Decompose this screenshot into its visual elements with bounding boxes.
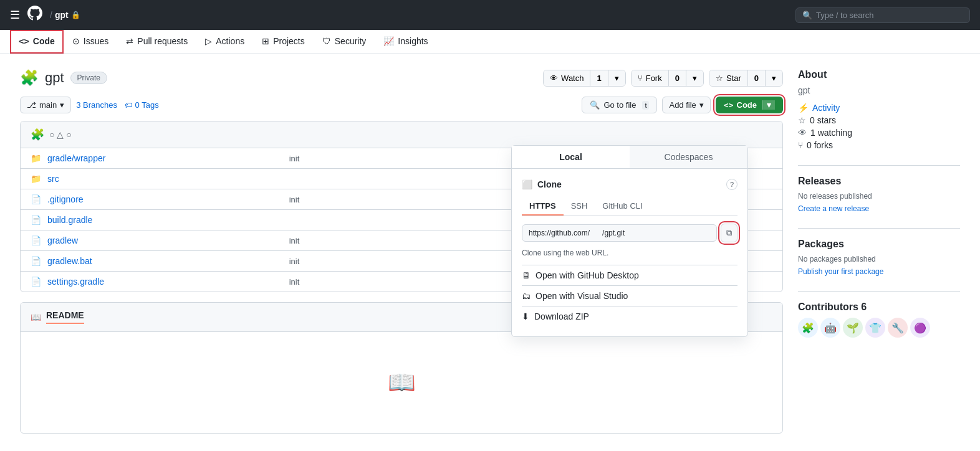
private-badge: Private xyxy=(70,72,107,84)
pull-requests-label: Pull requests xyxy=(137,36,188,46)
stars-stat: ☆ 0 stars xyxy=(798,115,960,125)
watch-button[interactable]: 👁 Watch xyxy=(544,70,590,86)
file-name-link[interactable]: gradlew xyxy=(47,235,289,245)
about-section: About gpt ⚡ Activity ☆ 0 stars 👁 1 watch… xyxy=(798,69,960,150)
dropdown-body: ⬜ Clone ? HTTPS SSH GitHub CLI ⧉ Clone u… xyxy=(512,169,747,336)
local-tab[interactable]: Local xyxy=(512,146,630,168)
download-zip-action[interactable]: ⬇ Download ZIP xyxy=(522,306,737,326)
releases-title: Releases xyxy=(798,176,960,187)
file-name-link[interactable]: gradlew.bat xyxy=(47,256,289,266)
fork-dropdown-button[interactable]: ▾ xyxy=(686,70,703,86)
add-file-chevron-icon: ▾ xyxy=(699,100,704,110)
hamburger-menu[interactable]: ☰ xyxy=(10,8,20,22)
fork-count-badge[interactable]: 0 xyxy=(669,70,686,86)
open-github-desktop-label: Open with GitHub Desktop xyxy=(536,270,639,280)
file-name-link[interactable]: build.gradle xyxy=(47,215,289,225)
repo-name-link[interactable]: gpt xyxy=(55,10,69,20)
toolbar: ⎇ main ▾ 3 Branches 🏷 0 Tags 🔍 Go to fil… xyxy=(20,97,783,113)
file-name-link[interactable]: src xyxy=(47,174,289,184)
activity-link[interactable]: Activity xyxy=(812,103,840,113)
watch-dropdown-button[interactable]: ▾ xyxy=(608,70,625,86)
code-dropdown-caret[interactable]: ▾ xyxy=(762,100,775,110)
go-to-file-kbd: t xyxy=(642,101,649,110)
contributor-avatar[interactable]: 🔧 xyxy=(888,318,908,338)
tab-insights[interactable]: 📈 Insights xyxy=(375,30,436,54)
search-icon: 🔍 xyxy=(802,11,812,20)
github-cli-tab[interactable]: GitHub CLI xyxy=(595,197,650,216)
create-release-link[interactable]: Create a new release xyxy=(798,204,869,213)
fork-button[interactable]: ⑂ Fork xyxy=(632,70,669,86)
security-icon: 🛡 xyxy=(322,36,331,46)
tab-security[interactable]: 🛡 Security xyxy=(314,30,375,54)
publish-package-link[interactable]: Publish your first package xyxy=(798,267,883,276)
add-file-button[interactable]: Add file ▾ xyxy=(662,97,710,113)
copy-url-button[interactable]: ⧉ xyxy=(721,224,737,242)
contributor-avatar[interactable]: 👕 xyxy=(865,318,885,338)
packages-title: Packages xyxy=(798,239,960,250)
code-dropdown-button[interactable]: <> Code ▾ xyxy=(716,97,783,113)
readme-title: README xyxy=(46,310,84,320)
go-to-file-button[interactable]: 🔍 Go to file t xyxy=(582,97,657,113)
tags-link[interactable]: 🏷 0 Tags xyxy=(125,100,159,110)
repo-path: / gpt 🔒 xyxy=(50,10,80,20)
branch-selector[interactable]: ⎇ main ▾ xyxy=(20,97,71,113)
folder-icon: 📁 xyxy=(31,174,41,184)
github-logo[interactable] xyxy=(27,6,42,24)
file-name-link[interactable]: settings.gradle xyxy=(47,277,289,287)
tab-pull-requests[interactable]: ⇄ Pull requests xyxy=(117,30,196,54)
star-button[interactable]: ☆ Star xyxy=(709,70,748,86)
file-icon: 📄 xyxy=(31,277,41,287)
contributor-avatar[interactable]: 🤖 xyxy=(820,318,840,338)
go-to-file-search-icon: 🔍 xyxy=(590,100,600,110)
no-packages-text: No packages published xyxy=(798,255,960,263)
tab-projects[interactable]: ⊞ Projects xyxy=(253,30,314,54)
readme-book-large-icon: 📖 xyxy=(388,369,416,396)
repo-header: 🧩 gpt Private 👁 Watch 1 ▾ xyxy=(20,69,783,87)
visual-studio-icon: 🗂 xyxy=(522,291,531,301)
star-count-badge[interactable]: 0 xyxy=(748,70,766,86)
header-avatar: 🧩 xyxy=(31,128,44,141)
private-lock-icon: 🔒 xyxy=(71,11,80,19)
https-tab[interactable]: HTTPS xyxy=(522,197,564,216)
branches-count: 3 xyxy=(76,100,80,110)
contributor-avatar[interactable]: 🟣 xyxy=(910,318,930,338)
activity-stat: ⚡ Activity xyxy=(798,103,960,113)
contributors-count: 6 xyxy=(861,301,867,312)
tags-icon: 🏷 xyxy=(125,100,133,110)
desktop-icon: 🖥 xyxy=(522,270,531,280)
folder-icon: 📁 xyxy=(31,153,41,163)
issues-icon: ⊙ xyxy=(72,36,80,46)
codespaces-tab[interactable]: Codespaces xyxy=(630,146,747,168)
branch-chevron-icon: ▾ xyxy=(60,100,64,110)
watch-count-badge[interactable]: 1 xyxy=(590,70,608,86)
clone-help-icon[interactable]: ? xyxy=(726,179,737,190)
tab-actions[interactable]: ▷ Actions xyxy=(196,30,253,54)
clone-url-input[interactable] xyxy=(522,224,717,242)
tab-issues[interactable]: ⊙ Issues xyxy=(64,30,117,54)
open-visual-studio-action[interactable]: 🗂 Open with Visual Studio xyxy=(522,285,737,306)
contributor-avatar[interactable]: 🧩 xyxy=(798,318,818,338)
watch-count: 1 xyxy=(597,74,601,83)
clone-title: ⬜ Clone xyxy=(522,179,562,189)
search-container[interactable]: 🔍 Type / to search xyxy=(795,7,970,23)
clone-url-row: ⧉ xyxy=(522,224,737,242)
star-stat-icon: ☆ xyxy=(798,115,806,125)
file-name-link[interactable]: gradle/wrapper xyxy=(47,153,289,163)
file-name-link[interactable]: .gitignore xyxy=(47,194,289,204)
tab-code[interactable]: <> Code xyxy=(10,30,64,54)
star-dropdown-button[interactable]: ▾ xyxy=(766,70,782,86)
forks-count-text: 0 forks xyxy=(807,140,833,150)
branch-name: main xyxy=(39,100,57,110)
ssh-tab[interactable]: SSH xyxy=(564,197,595,216)
open-github-desktop-action[interactable]: 🖥 Open with GitHub Desktop xyxy=(522,265,737,285)
repo-header-right: 👁 Watch 1 ▾ ⑂ Fork 0 xyxy=(543,70,783,87)
actions-label: Actions xyxy=(216,36,244,46)
watch-eye-icon: 👁 xyxy=(550,74,558,83)
star-button-group: ☆ Star 0 ▾ xyxy=(709,70,783,87)
nav-left: ☰ / gpt 🔒 xyxy=(10,6,80,24)
contributor-avatar[interactable]: 🌱 xyxy=(843,318,863,338)
issues-label: Issues xyxy=(84,36,108,46)
fork-icon: ⑂ xyxy=(638,74,643,83)
branches-link[interactable]: 3 Branches xyxy=(76,100,117,110)
clone-protocol-tabs: HTTPS SSH GitHub CLI xyxy=(522,197,737,216)
